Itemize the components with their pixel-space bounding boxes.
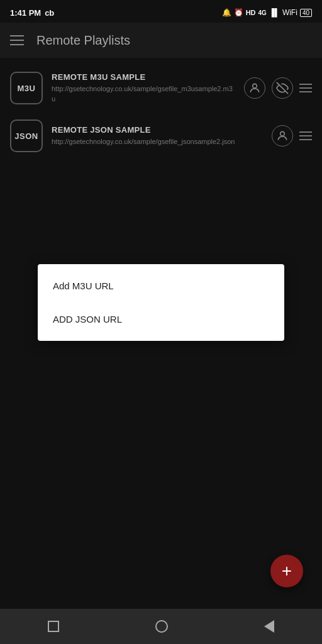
popup-overlay[interactable]: Add M3U URL ADD JSON URL: [0, 0, 322, 644]
add-json-url-item[interactable]: ADD JSON URL: [38, 303, 284, 336]
popup-menu: Add M3U URL ADD JSON URL: [38, 264, 284, 341]
add-m3u-url-item[interactable]: Add M3U URL: [38, 269, 284, 303]
